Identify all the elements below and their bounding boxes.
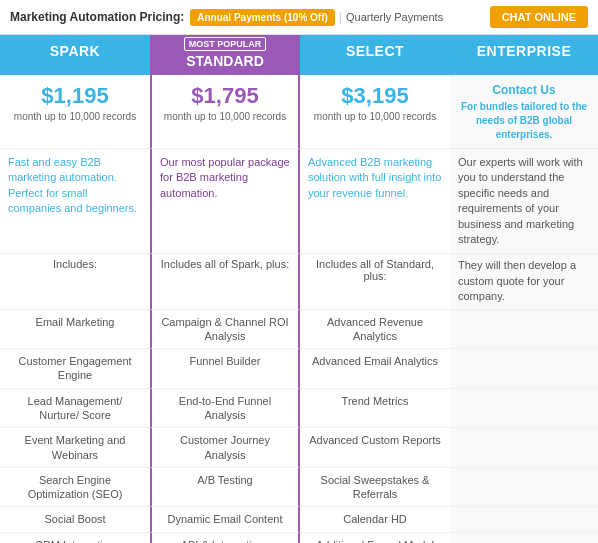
feature-row-6: CRM IntegrationAPI & IntegrationsAdditio… [0,533,598,543]
feature-enterprise-3 [450,428,598,468]
annual-payment-btn[interactable]: Annual Payments (10% Off) [190,9,335,26]
feature-spark-4: Search Engine Optimization (SEO) [0,468,150,508]
feature-enterprise-6 [450,533,598,543]
price-amount-standard: $1,795 [156,83,294,109]
feature-enterprise-2 [450,389,598,429]
feature-enterprise-0 [450,310,598,350]
intro-spark: Fast and easy B2B marketing automation. … [0,149,150,254]
price-standard: $1,795 month up to 10,000 records [150,75,300,149]
feature-select-1: Advanced Email Analytics [300,349,450,389]
intro-standard: Our most popular package for B2B marketi… [150,149,300,254]
feature-select-2: Trend Metrics [300,389,450,429]
feature-select-3: Advanced Custom Reports [300,428,450,468]
feature-enterprise-4 [450,468,598,508]
price-enterprise: Contact Us For bundles tailored to the n… [450,75,598,149]
col-header-standard: MOST POPULAR STANDARD [150,35,300,75]
feature-standard-1: Funnel Builder [150,349,300,389]
price-select: $3,195 month up to 10,000 records [300,75,450,149]
price-amount-select: $3,195 [304,83,446,109]
feature-row-5: Social BoostDynamic Email ContentCalenda… [0,507,598,532]
feature-spark-5: Social Boost [0,507,150,532]
feature-spark-2: Lead Management/ Nurture/ Score [0,389,150,429]
quarterly-payment-btn[interactable]: Quarterly Payments [346,11,443,23]
feature-spark-6: CRM Integration [0,533,150,543]
features-container: Email MarketingCampaign & Channel ROI An… [0,310,598,543]
feature-row-2: Lead Management/ Nurture/ ScoreEnd-to-En… [0,389,598,429]
feature-spark-3: Event Marketing and Webinars [0,428,150,468]
feature-select-0: Advanced Revenue Analytics [300,310,450,350]
includes-spark: Includes: [0,254,150,309]
enterprise-desc1: For bundles tailored to the needs of B2B… [458,100,590,142]
standard-col-name: STANDARD [150,53,300,75]
feature-select-6: Additional Funnel Model [300,533,450,543]
col-header-select: SELECT [300,35,450,75]
pricing-table: SPARK MOST POPULAR STANDARD SELECT ENTER… [0,35,598,310]
enterprise-desc3-cell: They will then develop a custom quote fo… [450,254,598,309]
feature-row-3: Event Marketing and WebinarsCustomer Jou… [0,428,598,468]
chat-online-button[interactable]: CHAT ONLINE [490,6,588,28]
feature-spark-0: Email Marketing [0,310,150,350]
col-header-enterprise: ENTERPRISE [450,35,598,75]
feature-row-4: Search Engine Optimization (SEO)A/B Test… [0,468,598,508]
payment-toggle: Annual Payments (10% Off) | Quarterly Pa… [190,9,443,26]
most-popular-badge: MOST POPULAR [184,37,267,51]
includes-select: Includes all of Standard, plus: [300,254,450,309]
price-amount-spark: $1,195 [4,83,146,109]
feature-enterprise-1 [450,349,598,389]
price-sub-spark: month up to 10,000 records [14,111,136,122]
feature-standard-2: End-to-End Funnel Analysis [150,389,300,429]
col-header-spark: SPARK [0,35,150,75]
price-sub-select: month up to 10,000 records [314,111,436,122]
top-bar: Marketing Automation Pricing: Annual Pay… [0,0,598,35]
feature-standard-3: Customer Journey Analysis [150,428,300,468]
includes-standard: Includes all of Spark, plus: [150,254,300,309]
feature-row-1: Customer Engagement EngineFunnel Builder… [0,349,598,389]
contact-us-label: Contact Us [458,83,590,97]
feature-standard-5: Dynamic Email Content [150,507,300,532]
feature-standard-6: API & Integrations [150,533,300,543]
feature-enterprise-5 [450,507,598,532]
page-title: Marketing Automation Pricing: [10,10,184,24]
feature-standard-4: A/B Testing [150,468,300,508]
price-spark: $1,195 month up to 10,000 records [0,75,150,149]
price-sub-standard: month up to 10,000 records [164,111,286,122]
feature-spark-1: Customer Engagement Engine [0,349,150,389]
feature-standard-0: Campaign & Channel ROI Analysis [150,310,300,350]
feature-select-4: Social Sweepstakes & Referrals [300,468,450,508]
divider: | [339,10,342,24]
intro-select: Advanced B2B marketing solution with ful… [300,149,450,254]
feature-select-5: Calendar HD [300,507,450,532]
feature-row-0: Email MarketingCampaign & Channel ROI An… [0,310,598,350]
intro-enterprise: Our experts will work with you to unders… [450,149,598,254]
